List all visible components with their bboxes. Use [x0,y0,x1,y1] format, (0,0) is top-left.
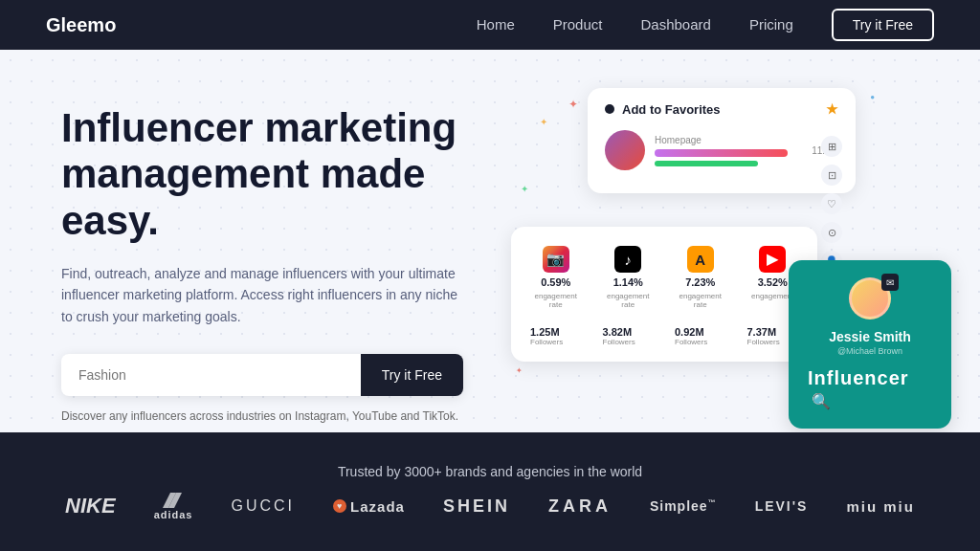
fav-dot-icon [605,104,614,114]
fav-card: Add to Favorites ★ Homepage 11.3M ⊞ ⊡ ♡ … [588,88,856,193]
influencer-sub: @Michael Brown [837,346,902,356]
amz-pct: 7.23% [685,276,715,288]
followers-label-2: Followers [603,338,655,346]
deco-star1: ✦ [568,98,578,111]
amz-followers-cell: 0.92M Followers [667,322,734,350]
profile-bar-reach [655,161,758,166]
lazada-heart-icon: ♥ [333,499,346,513]
brands-logos: NIKE adidas GUCCI ♥ Lazada SHEIN ZARA Si… [65,493,915,520]
deco-star4: ✦ [516,366,523,375]
tk-followers-cell: 3.82M Followers [595,322,662,350]
ig-followers: 1.25M [530,326,582,338]
fav-card-header: Add to Favorites ★ [605,101,838,117]
amz-label: engagement rate [675,292,726,309]
zara-logo: ZARA [548,496,612,517]
fav-card-title: Add to Favorites [622,102,721,117]
brands-section: Trusted by 3000+ brands and agencies in … [0,432,980,551]
tk-label: engagement rate [603,292,655,309]
navbar: Gleemo Home Product Dashboard Pricing Tr… [0,0,980,50]
ig-followers-cell: 1.25M Followers [523,322,590,350]
adidas-logo: adidas [154,493,193,520]
profile-label: Homepage [655,135,802,145]
logo: Gleemo [46,14,116,36]
avatar [605,130,645,170]
deco-dot1: ● [870,93,875,101]
nike-logo: NIKE [65,494,116,518]
hero-title: Influencer marketing management made eas… [61,105,530,244]
gucci-logo: GUCCI [231,497,295,515]
levis-logo: LEVI'S [755,498,809,514]
hero-section: Influencer marketing management made eas… [0,50,980,432]
influencer-card: ✉ Jessie Smith @Michael Brown Influencer… [789,260,951,429]
instagram-icon: 📷 [543,246,569,273]
search-button[interactable]: Try it Free [361,354,463,396]
home-icon: ⊞ [821,136,842,157]
youtube-icon: ▶ [759,246,786,273]
email-icon: ✉ [881,274,899,291]
hero-left: Influencer marketing management made eas… [61,96,530,432]
platform-instagram: 📷 0.59% engagement rate [523,238,590,317]
profile-row: Homepage 11.3M [605,130,838,170]
profile-bar-engagement [655,149,788,157]
simplee-logo: Simplee™ [650,498,717,514]
fav-action-icons: ⊞ ⊡ ♡ ⊙ 👤 [821,136,842,272]
platform-grid: 📷 0.59% engagement rate ♪ 1.14% engageme… [523,238,806,317]
brands-title: Trusted by 3000+ brands and agencies in … [338,464,642,479]
miumiu-logo: miu miu [846,498,915,515]
influencer-name: Jessie Smith [829,329,911,344]
nav-pricing[interactable]: Pricing [749,16,793,33]
stats-card: 📷 0.59% engagement rate ♪ 1.14% engageme… [511,227,817,362]
search-input[interactable] [61,354,361,396]
hero-discover-text: Discover any influencers across industri… [61,409,530,423]
amazon-icon: A [687,246,714,273]
yt-label: engagement [751,292,793,300]
deco-star2: ✦ [540,117,547,127]
ig-label: engagement rate [530,292,582,309]
deco-star3: ✦ [521,184,528,194]
nav-dashboard[interactable]: Dashboard [640,16,710,33]
platform-amazon: A 7.23% engagement rate [667,238,734,317]
platform-tiktok: ♪ 1.14% engagement rate [595,238,662,317]
ig-pct: 0.59% [541,276,570,288]
settings-icon: ⊙ [821,222,842,243]
heart-icon: ♡ [821,193,842,214]
profile-info: Homepage [655,135,802,166]
nav-cta-button[interactable]: Try it Free [832,9,934,41]
hero-dashboard-mockup: ✦ ✦ ● ✦ ✦ Add to Favorites ★ Homepage 11… [511,88,951,432]
nav-home[interactable]: Home [477,16,515,33]
tiktok-icon: ♪ [614,246,641,273]
tk-pct: 1.14% [613,276,643,288]
shein-logo: SHEIN [443,496,510,517]
influencer-badge: Influencer 🔍 [808,367,932,411]
followers-label-3: Followers [675,338,726,346]
hero-search-bar: Try it Free [61,354,463,396]
amz-followers: 0.92M [675,326,726,338]
yt-pct: 3.52% [758,276,788,288]
tk-followers: 3.82M [603,326,655,338]
hero-subtitle: Find, outreach, analyze and manage influ… [61,263,463,327]
grid-icon: ⊡ [821,165,842,186]
followers-row: 1.25M Followers 3.82M Followers 0.92M Fo… [523,322,806,350]
search-icon: 🔍 [812,393,832,409]
adidas-stripes-icon [163,493,184,508]
influencer-avatar-wrap: ✉ [849,277,891,320]
star-icon: ★ [826,101,838,117]
nav-links: Home Product Dashboard Pricing [477,16,793,33]
followers-label-1: Followers [530,338,582,346]
lazada-logo: ♥ Lazada [333,498,405,515]
nav-product[interactable]: Product [553,16,603,33]
